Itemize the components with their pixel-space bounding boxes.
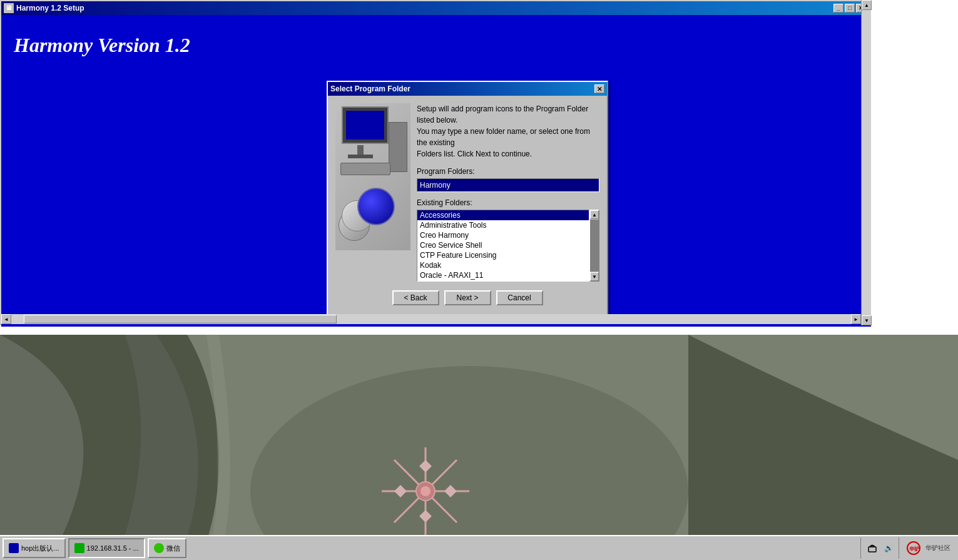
globe-graphic — [357, 188, 395, 225]
monitor-screen — [346, 111, 384, 140]
taskbar-icon-1 — [74, 543, 84, 553]
taskbar: hop出版认... 192.168.31.5 - ... 微信 🔊 华驴 华驴社… — [0, 535, 958, 560]
desktop-area: Harmony Version 1.2 Select Program Folde… — [1, 15, 871, 327]
taskbar-icon-2 — [154, 543, 164, 553]
svg-text:华驴: 华驴 — [909, 546, 919, 552]
main-scroll-down[interactable]: ▼ — [862, 315, 872, 325]
flower-embroidery — [382, 447, 469, 535]
dialog-description: Setup will add program icons to the Prog… — [417, 103, 599, 160]
taskbar-label-1: 192.168.31.5 - ... — [87, 544, 139, 552]
taskbar-item-1[interactable]: 192.168.31.5 - ... — [68, 538, 145, 558]
existing-folders-label: Existing Folders: — [417, 198, 599, 207]
taskbar-item-2[interactable]: 微信 — [148, 538, 186, 558]
back-button[interactable]: < Back — [392, 290, 439, 305]
wallpaper-area — [0, 335, 958, 535]
dialog-body: Setup will add program icons to the Prog… — [328, 96, 607, 315]
app-title: Harmony Version 1.2 — [14, 34, 190, 57]
folders-listbox[interactable]: Accessories Administrative Tools Creo Ha… — [417, 210, 589, 282]
folder-item-creoharmony[interactable]: Creo Harmony — [417, 230, 589, 240]
folder-item-ctp[interactable]: CTP Feature Licensing — [417, 250, 589, 260]
taskbar-label-0: hop出版认... — [21, 544, 59, 553]
scrollbar-down-arrow[interactable]: ▼ — [590, 272, 599, 281]
folder-item-creoservice[interactable]: Creo Service Shell — [417, 240, 589, 250]
maximize-button[interactable]: □ — [845, 4, 855, 13]
taskbar-item-0[interactable]: hop出版认... — [3, 538, 66, 558]
main-scroll-track[interactable] — [862, 10, 871, 315]
dialog-title: Select Program Folder — [330, 84, 410, 93]
setup-title-bar: 🖥 Harmony 1.2 Setup _ □ ✕ — [1, 1, 869, 15]
wallpaper-fabric-svg — [0, 335, 958, 535]
taskbar-icon-0 — [9, 543, 19, 553]
scrollbar-up-arrow[interactable]: ▲ — [590, 210, 599, 219]
monitor-base — [348, 155, 373, 158]
folders-listbox-container: Accessories Administrative Tools Creo Ha… — [417, 210, 599, 282]
dialog-content: Setup will add program icons to the Prog… — [335, 103, 599, 282]
h-scroll-thumb[interactable] — [24, 315, 337, 323]
cd-area — [339, 181, 407, 232]
tray-icon-network[interactable] — [866, 542, 879, 554]
taskbar-label-2: 微信 — [166, 544, 180, 553]
setup-window: 🖥 Harmony 1.2 Setup _ □ ✕ Harmony Versio… — [0, 0, 870, 325]
horizontal-scrollbar: ◄ ► — [1, 314, 861, 324]
program-folders-label: Program Folders: — [417, 167, 599, 176]
dialog-close-button[interactable]: ✕ — [594, 84, 604, 93]
dialog-buttons: < Back Next > Cancel — [335, 290, 599, 308]
brand-icon: 华驴 — [904, 541, 923, 556]
dialog-right-content: Setup will add program icons to the Prog… — [417, 103, 599, 282]
svg-point-12 — [420, 486, 431, 496]
program-folder-input[interactable] — [417, 178, 599, 192]
folder-item-accessories[interactable]: Accessories — [417, 210, 589, 220]
monitor-stand — [357, 145, 364, 155]
tray-brand: 华驴 华驴社区 — [899, 537, 955, 559]
svg-rect-13 — [869, 547, 876, 552]
next-button[interactable]: Next > — [444, 290, 491, 305]
brand-text: 华驴社区 — [925, 544, 950, 552]
minimize-button[interactable]: _ — [833, 4, 843, 13]
folder-item-oracle[interactable]: Oracle - ARAXI_11 — [417, 270, 589, 280]
keyboard-graphic — [340, 163, 390, 175]
folder-item-admintools[interactable]: Administrative Tools — [417, 220, 589, 230]
computer-illustration — [335, 103, 410, 250]
window-title: Harmony 1.2 Setup — [16, 4, 833, 13]
main-scroll-up[interactable]: ▲ — [862, 0, 872, 10]
folder-item-kodak[interactable]: Kodak — [417, 260, 589, 270]
h-scroll-left[interactable]: ◄ — [1, 314, 11, 324]
folder-item-pinergy[interactable]: Pinergy — [417, 280, 589, 282]
listbox-scrollbar: ▲ ▼ — [589, 210, 599, 282]
scrollbar-thumb[interactable] — [590, 220, 599, 272]
taskbar-tray: 🔊 华驴 华驴社区 — [860, 537, 955, 559]
h-scroll-right[interactable]: ► — [851, 314, 861, 324]
monitor-graphic — [342, 106, 389, 144]
tower-graphic — [389, 122, 407, 172]
dialog-title-bar: Select Program Folder ✕ — [328, 82, 607, 96]
select-folder-dialog: Select Program Folder ✕ — [327, 81, 608, 317]
main-scrollbar: ▲ ▼ — [861, 0, 871, 325]
h-scroll-track[interactable] — [11, 314, 851, 324]
tray-icon-volume[interactable]: 🔊 — [882, 542, 895, 554]
window-icon: 🖥 — [4, 3, 14, 13]
cancel-button[interactable]: Cancel — [496, 290, 543, 305]
